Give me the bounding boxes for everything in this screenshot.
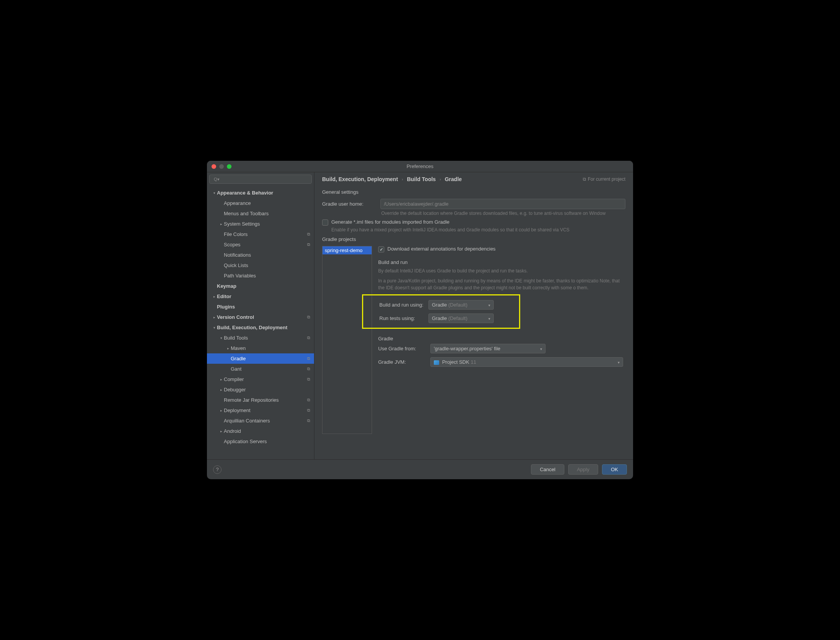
chevron-down-icon: ▾ — [212, 326, 217, 330]
sidebar: Q▾ ▾Appearance & BehaviorAppearanceMenus… — [207, 172, 314, 459]
tree-item-notifications[interactable]: Notifications — [207, 250, 314, 260]
ok-button[interactable]: OK — [602, 464, 627, 475]
window-title: Preferences — [407, 163, 433, 169]
tree-item-label: Compiler — [224, 376, 311, 382]
tree-item-label: Path Variables — [224, 273, 311, 279]
tree-item-label: Build Tools — [224, 335, 311, 341]
tree-item-version-control[interactable]: ▸Version Control⧉ — [207, 312, 314, 322]
tree-item-gant[interactable]: Gant⧉ — [207, 364, 314, 374]
tree-item-remote-jar-repositories[interactable]: Remote Jar Repositories⧉ — [207, 395, 314, 405]
build-run-title: Build and run — [378, 259, 625, 265]
tree-item-scopes[interactable]: Scopes⧉ — [207, 239, 314, 250]
tree-item-label: Notifications — [224, 252, 311, 258]
tree-item-label: Menus and Toolbars — [224, 211, 311, 216]
tree-item-appearance-behavior[interactable]: ▾Appearance & Behavior — [207, 188, 314, 198]
tree-item-label: Remote Jar Repositories — [224, 397, 311, 403]
search-icon: Q▾ — [214, 177, 220, 182]
chevron-right-icon: › — [402, 177, 403, 181]
tree-item-build-execution-deployment[interactable]: ▾Build, Execution, Deployment — [207, 322, 314, 333]
search-input[interactable] — [209, 175, 312, 184]
tree-item-label: Appearance & Behavior — [217, 190, 311, 196]
project-scope-icon: ⧉ — [307, 242, 310, 247]
download-annotations-checkbox[interactable] — [378, 246, 384, 252]
close-icon[interactable] — [212, 164, 216, 169]
user-home-input[interactable]: /Users/ericbalawejder/.gradle — [380, 199, 625, 209]
breadcrumb-1: Build Tools — [407, 176, 436, 182]
chevron-right-icon: ▸ — [218, 429, 224, 433]
tree-item-label: File Colors — [224, 231, 311, 237]
search-container: Q▾ — [207, 172, 314, 186]
generate-iml-row: Generate *.iml files for modules importe… — [322, 219, 625, 226]
tree-item-label: Quick Lists — [224, 262, 311, 268]
project-item[interactable]: spring-rest-demo — [322, 246, 372, 254]
tree-item-label: System Settings — [224, 221, 311, 227]
tree-item-label: Editor — [217, 294, 311, 299]
zoom-icon[interactable] — [227, 164, 231, 169]
tree-item-deployment[interactable]: ▸Deployment⧉ — [207, 405, 314, 416]
tree-item-maven[interactable]: ▸Maven — [207, 343, 314, 353]
generate-iml-checkbox[interactable] — [322, 219, 328, 226]
help-button[interactable]: ? — [213, 465, 222, 474]
user-home-label: Gradle user home: — [322, 201, 376, 207]
tree-item-menus-and-toolbars[interactable]: Menus and Toolbars — [207, 208, 314, 219]
content: General settings Gradle user home: /User… — [314, 186, 633, 459]
minimize-icon[interactable] — [219, 164, 224, 169]
tree-item-label: Android — [224, 428, 311, 434]
titlebar: Preferences — [207, 161, 633, 172]
tree-item-keymap[interactable]: Keymap — [207, 281, 314, 291]
gradle-subtitle: Gradle — [378, 336, 625, 341]
cancel-button[interactable]: Cancel — [531, 464, 564, 475]
tree-item-build-tools[interactable]: ▾Build Tools⧉ — [207, 333, 314, 343]
project-scope-icon: ⧉ — [307, 366, 310, 371]
project-scope-icon: ⧉ — [307, 418, 310, 423]
tree-item-label: Debugger — [224, 387, 311, 393]
tree-item-gradle[interactable]: Gradle⧉ — [207, 353, 314, 364]
tree-item-label: Appearance — [224, 200, 311, 206]
scope-label: ⧉ For current project — [583, 176, 625, 182]
chevron-right-icon: ▸ — [218, 409, 224, 412]
project-scope-icon: ⧉ — [307, 408, 310, 413]
tree-item-android[interactable]: ▸Android — [207, 426, 314, 436]
chevron-right-icon: › — [440, 177, 441, 181]
build-using-label: Build and run using: — [367, 302, 425, 308]
tree-item-debugger[interactable]: ▸Debugger — [207, 384, 314, 395]
build-run-desc1: By default IntelliJ IDEA uses Gradle to … — [378, 267, 625, 274]
download-annotations-label: Download external annotations for depend… — [387, 246, 496, 252]
breadcrumb-0: Build, Execution, Deployment — [322, 176, 398, 182]
apply-button[interactable]: Apply — [568, 464, 599, 475]
tests-using-select[interactable]: Gradle (Default) — [428, 313, 494, 323]
tree-item-label: Application Servers — [224, 439, 311, 444]
tree-item-system-settings[interactable]: ▸System Settings — [207, 219, 314, 229]
tree-item-label: Deployment — [224, 407, 311, 413]
settings-tree[interactable]: ▾Appearance & BehaviorAppearanceMenus an… — [207, 186, 314, 459]
body: Q▾ ▾Appearance & BehaviorAppearanceMenus… — [207, 172, 633, 459]
tree-item-quick-lists[interactable]: Quick Lists — [207, 260, 314, 271]
use-from-label: Use Gradle from: — [378, 346, 427, 351]
tree-item-compiler[interactable]: ▸Compiler⧉ — [207, 374, 314, 384]
project-detail: Download external annotations for depend… — [378, 246, 625, 434]
tree-item-appearance[interactable]: Appearance — [207, 198, 314, 208]
tree-item-label: Plugins — [217, 304, 311, 310]
build-using-row: Build and run using: Gradle (Default) — [367, 300, 515, 310]
project-scope-icon: ⧉ — [307, 356, 310, 361]
chevron-right-icon: ▸ — [218, 378, 224, 381]
use-from-select[interactable]: 'gradle-wrapper.properties' file — [430, 344, 546, 353]
breadcrumb-2: Gradle — [445, 176, 461, 182]
jvm-select[interactable]: Project SDK 11 — [430, 357, 623, 367]
tree-item-file-colors[interactable]: File Colors⧉ — [207, 229, 314, 239]
build-using-select[interactable]: Gradle (Default) — [428, 300, 494, 310]
tree-item-label: Arquillian Containers — [224, 418, 311, 424]
build-run-desc2: In a pure Java/Kotlin project, building … — [378, 277, 625, 291]
project-scope-icon: ⧉ — [307, 398, 310, 402]
tree-item-application-servers[interactable]: Application Servers — [207, 436, 314, 447]
chevron-right-icon: ▸ — [212, 315, 217, 319]
footer: ? Cancel Apply OK — [207, 459, 633, 479]
tree-item-editor[interactable]: ▸Editor — [207, 291, 314, 302]
tree-item-arquillian-containers[interactable]: Arquillian Containers⧉ — [207, 416, 314, 426]
tree-item-plugins[interactable]: Plugins — [207, 302, 314, 312]
jvm-label: Gradle JVM: — [378, 359, 427, 365]
generate-iml-label: Generate *.iml files for modules importe… — [331, 219, 450, 225]
tree-item-label: Keymap — [217, 283, 311, 289]
project-list[interactable]: spring-rest-demo — [322, 246, 372, 434]
tree-item-path-variables[interactable]: Path Variables — [207, 271, 314, 281]
